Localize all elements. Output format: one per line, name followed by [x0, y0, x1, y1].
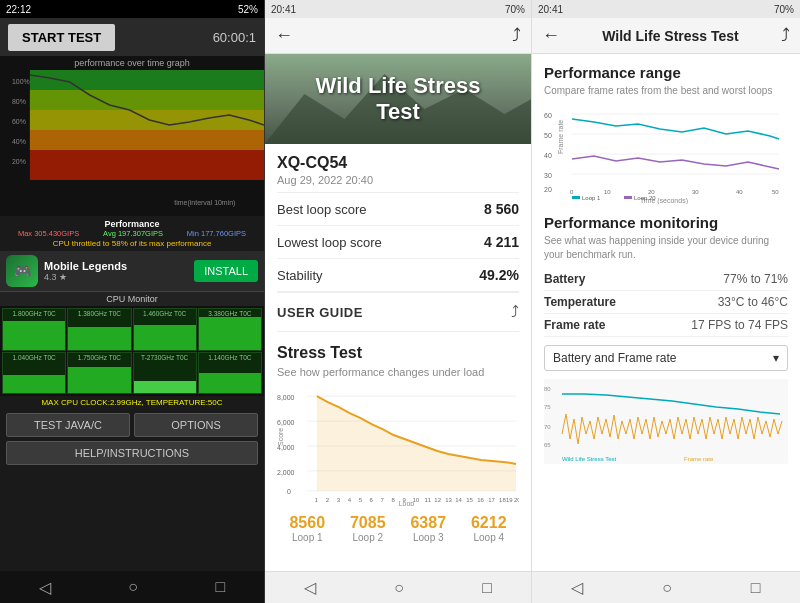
back-button-p2[interactable]: ← — [275, 25, 293, 46]
recents-icon-p1[interactable]: □ — [216, 578, 226, 596]
svg-text:75: 75 — [544, 404, 551, 410]
svg-text:50: 50 — [772, 189, 779, 195]
top-bar-panel1: START TEST 60:00:1 — [0, 18, 264, 56]
svg-rect-63 — [572, 196, 580, 199]
loop4-label: Loop 4 — [471, 532, 507, 543]
svg-text:7: 7 — [381, 497, 385, 503]
svg-text:100%: 100% — [12, 78, 30, 85]
svg-text:80: 80 — [544, 386, 551, 392]
toolbar-panel2: ← ⤴ — [265, 18, 531, 54]
stress-chart-svg: 8,000 6,000 4,000 2,000 0 Score 1 2 3 4 … — [277, 386, 519, 506]
svg-text:Wild Life Stress Test: Wild Life Stress Test — [562, 456, 617, 462]
loop3-num: 6387 — [410, 514, 446, 532]
cpu-cell-0: 1.800GHz T0C — [2, 308, 66, 351]
back-button-p3[interactable]: ← — [542, 25, 560, 46]
bottom-chart: 80 75 70 65 Wild Life Stress Test Frame … — [544, 379, 788, 464]
cpu-cell-label-4: 1.040GHz T0C — [13, 354, 56, 361]
svg-text:12: 12 — [434, 497, 441, 503]
cpu-cell-5: 1.750GHz T0C — [67, 352, 131, 395]
cpu-bar-1 — [68, 327, 130, 349]
device-info: XQ-CQ54 Aug 29, 2022 20:40 — [277, 144, 519, 193]
home-icon-p1[interactable]: ○ — [128, 578, 138, 596]
stress-test-title: Stress Test — [277, 344, 519, 362]
perf-range-sub: Compare frame rates from the best and wo… — [544, 84, 788, 98]
stability-label: Stability — [277, 268, 323, 283]
svg-text:20%: 20% — [12, 158, 26, 165]
svg-text:3: 3 — [337, 497, 341, 503]
back-nav-p2[interactable]: ◁ — [304, 578, 316, 597]
panel3-content: Performance range Compare frame rates fr… — [532, 54, 800, 571]
cpu-monitor-header: CPU Monitor — [0, 291, 264, 306]
svg-text:6,000: 6,000 — [277, 419, 295, 426]
test-java-button[interactable]: TEST JAVA/C — [6, 413, 130, 437]
loop4-score: 6212 Loop 4 — [471, 514, 507, 543]
framerate-row: Frame rate 17 FPS to 74 FPS — [544, 314, 788, 337]
dropdown-label: Battery and Frame rate — [553, 351, 676, 365]
battery-row: Battery 77% to 71% — [544, 268, 788, 291]
battery-label: Battery — [544, 272, 585, 286]
svg-text:2,000: 2,000 — [277, 469, 295, 476]
time-panel2: 20:41 — [271, 4, 296, 15]
back-nav-p3[interactable]: ◁ — [571, 578, 583, 597]
cpu-cell-label-1: 1.380GHz T0C — [78, 310, 121, 317]
share-icon-user-guide[interactable]: ⤴ — [511, 303, 519, 321]
start-test-button[interactable]: START TEST — [8, 24, 115, 51]
cpu-bar-6 — [134, 381, 196, 393]
svg-text:4: 4 — [348, 497, 352, 503]
status-bar-panel1: 22:12 52% — [0, 0, 264, 18]
recents-nav-p2[interactable]: □ — [482, 579, 492, 597]
back-icon-p1[interactable]: ◁ — [39, 578, 51, 597]
ad-banner: 🎮 Mobile Legends 4.3 ★ INSTALL — [0, 251, 264, 291]
hero-title-line1: Wild Life Stress — [316, 73, 481, 99]
perf-range-svg: 60 50 40 30 20 Frame rate 0 10 20 30 — [544, 104, 788, 204]
stability-row: Stability 49.2% — [277, 259, 519, 292]
svg-rect-6 — [30, 90, 264, 110]
loop2-score: 7085 Loop 2 — [350, 514, 386, 543]
user-guide-row[interactable]: USER GUIDE ⤴ — [277, 292, 519, 332]
cpu-cell-label-6: T-2730GHz T0C — [141, 354, 188, 361]
share-button-p2[interactable]: ⤴ — [512, 25, 521, 46]
perf-range-section: Performance range Compare frame rates fr… — [544, 64, 788, 204]
share-button-p3[interactable]: ⤴ — [781, 25, 790, 46]
options-button[interactable]: OPTIONS — [134, 413, 258, 437]
loop-scores: 8560 Loop 1 7085 Loop 2 6387 Loop 3 6212… — [277, 506, 519, 551]
recents-nav-p3[interactable]: □ — [751, 579, 761, 597]
panel-3dmark-main: 22:12 52% START TEST 60:00:1 performance… — [0, 0, 265, 603]
temperature-label: Temperature — [544, 295, 616, 309]
nav-bar-panel3: ◁ ○ □ — [532, 571, 800, 603]
svg-text:20: 20 — [544, 186, 552, 193]
loop1-num: 8560 — [289, 514, 325, 532]
svg-text:15: 15 — [466, 497, 473, 503]
lowest-loop-row: Lowest loop score 4 211 — [277, 226, 519, 259]
btn-row2: HELP/INSTRUCTIONS — [0, 441, 264, 469]
home-nav-p3[interactable]: ○ — [662, 579, 672, 597]
home-nav-p2[interactable]: ○ — [394, 579, 404, 597]
svg-text:19: 19 — [506, 497, 513, 503]
svg-text:20: 20 — [514, 497, 519, 503]
install-button[interactable]: INSTALL — [194, 260, 258, 282]
svg-text:60%: 60% — [12, 118, 26, 125]
svg-text:2: 2 — [326, 497, 330, 503]
page-title-p3: Wild Life Stress Test — [602, 28, 739, 44]
battery-framerate-dropdown[interactable]: Battery and Frame rate ▾ — [544, 345, 788, 371]
loop1-label: Loop 1 — [289, 532, 325, 543]
hero-title: Wild Life Stress Test — [316, 73, 481, 126]
device-name: XQ-CQ54 — [277, 154, 519, 172]
best-loop-label: Best loop score — [277, 202, 367, 217]
cpu-cell-3: 3.380GHz T0C — [198, 308, 262, 351]
help-button[interactable]: HELP/INSTRUCTIONS — [6, 441, 258, 465]
svg-text:40%: 40% — [12, 138, 26, 145]
loop2-num: 7085 — [350, 514, 386, 532]
cpu-cell-1: 1.380GHz T0C — [67, 308, 131, 351]
temperature-row: Temperature 33°C to 46°C — [544, 291, 788, 314]
panel-wildlife-results: 20:41 70% ← ⤴ Wild Life Stress Test XQ-C… — [265, 0, 532, 603]
svg-text:14: 14 — [455, 497, 462, 503]
graph-title-label: performance over time graph — [0, 56, 264, 68]
svg-text:60: 60 — [544, 112, 552, 119]
svg-text:Loop 1: Loop 1 — [582, 195, 601, 201]
svg-text:Frame rate: Frame rate — [684, 456, 714, 462]
device-date: Aug 29, 2022 20:40 — [277, 174, 519, 186]
hero-title-line2: Test — [316, 99, 481, 125]
framerate-value: 17 FPS to 74 FPS — [691, 318, 788, 332]
cpu-cell-7: 1.140GHz T0C — [198, 352, 262, 395]
